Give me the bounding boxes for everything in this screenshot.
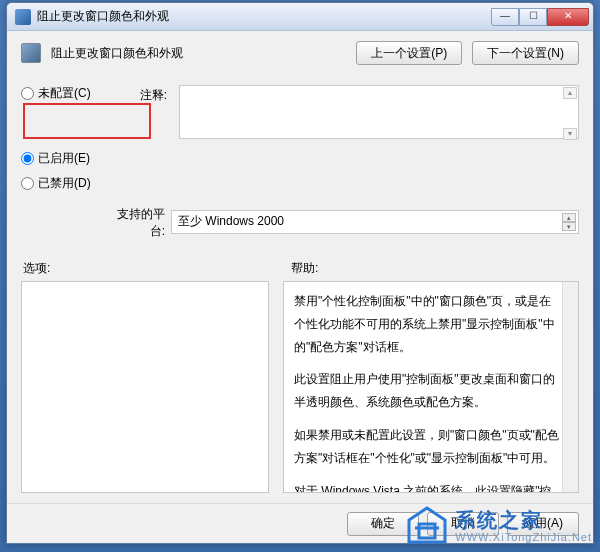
comment-scroll-down[interactable]: ▾ xyxy=(563,128,577,140)
platform-value: 至少 Windows 2000 xyxy=(178,214,284,228)
app-icon xyxy=(15,9,31,25)
titlebar[interactable]: 阻止更改窗口颜色和外观 — ☐ ✕ xyxy=(7,3,593,31)
radio-disabled-label: 已禁用(D) xyxy=(38,175,91,192)
state-section: 未配置(C) 注释: ▴ ▾ 已启用(E) xyxy=(21,81,579,240)
radio-enabled-input[interactable] xyxy=(21,152,34,165)
header-row: 阻止更改窗口颜色和外观 上一个设置(P) 下一个设置(N) xyxy=(21,41,579,65)
policy-title: 阻止更改窗口颜色和外观 xyxy=(51,45,346,62)
dialog-window: 阻止更改窗口颜色和外观 — ☐ ✕ 阻止更改窗口颜色和外观 上一个设置(P) 下… xyxy=(6,2,594,544)
help-paragraph: 对于 Windows Vista 之前的系统，此设置隐藏"控制面板"中的"显示"… xyxy=(294,480,560,493)
options-label: 选项: xyxy=(21,260,271,277)
radio-not-configured-input[interactable] xyxy=(21,87,34,100)
cancel-button[interactable]: 取消 xyxy=(427,512,499,536)
help-pane[interactable]: 禁用"个性化控制面板"中的"窗口颜色"页，或是在个性化功能不可用的系统上禁用"显… xyxy=(283,281,579,493)
help-paragraph: 如果禁用或未配置此设置，则"窗口颜色"页或"配色方案"对话框在"个性化"或"显示… xyxy=(294,424,560,470)
footer: 确定 取消 应用(A) xyxy=(7,503,593,543)
content-area: 阻止更改窗口颜色和外观 上一个设置(P) 下一个设置(N) 未配置(C) 注释:… xyxy=(7,31,593,503)
next-setting-button[interactable]: 下一个设置(N) xyxy=(472,41,579,65)
help-scrollbar[interactable] xyxy=(562,282,578,492)
comment-scroll-up[interactable]: ▴ xyxy=(563,87,577,99)
pane-labels: 选项: 帮助: xyxy=(21,260,579,277)
platform-spin-down[interactable]: ▾ xyxy=(562,222,576,231)
window-controls: — ☐ ✕ xyxy=(491,8,589,26)
platform-spin-up[interactable]: ▴ xyxy=(562,213,576,222)
comment-label: 注释: xyxy=(119,85,173,104)
panes-row: 禁用"个性化控制面板"中的"窗口颜色"页，或是在个性化功能不可用的系统上禁用"显… xyxy=(21,281,579,493)
help-label: 帮助: xyxy=(271,260,579,277)
radio-disabled[interactable]: 已禁用(D) xyxy=(21,175,113,192)
window-title: 阻止更改窗口颜色和外观 xyxy=(37,8,491,25)
policy-icon xyxy=(21,43,41,63)
help-paragraph: 禁用"个性化控制面板"中的"窗口颜色"页，或是在个性化功能不可用的系统上禁用"显… xyxy=(294,290,560,358)
radio-disabled-input[interactable] xyxy=(21,177,34,190)
radio-enabled-label: 已启用(E) xyxy=(38,150,90,167)
ok-button[interactable]: 确定 xyxy=(347,512,419,536)
help-paragraph: 此设置阻止用户使用"控制面板"更改桌面和窗口的半透明颜色、系统颜色或配色方案。 xyxy=(294,368,560,414)
close-button[interactable]: ✕ xyxy=(547,8,589,26)
platform-field[interactable]: 至少 Windows 2000 ▴ ▾ xyxy=(171,210,579,234)
previous-setting-button[interactable]: 上一个设置(P) xyxy=(356,41,462,65)
minimize-button[interactable]: — xyxy=(491,8,519,26)
radio-not-configured[interactable]: 未配置(C) xyxy=(21,85,113,102)
radio-enabled[interactable]: 已启用(E) xyxy=(21,150,113,167)
apply-button[interactable]: 应用(A) xyxy=(507,512,579,536)
platform-label: 支持的平台: xyxy=(113,204,171,240)
comment-textarea[interactable] xyxy=(179,85,579,139)
options-pane[interactable] xyxy=(21,281,269,493)
radio-not-configured-label: 未配置(C) xyxy=(38,85,91,102)
maximize-button[interactable]: ☐ xyxy=(519,8,547,26)
